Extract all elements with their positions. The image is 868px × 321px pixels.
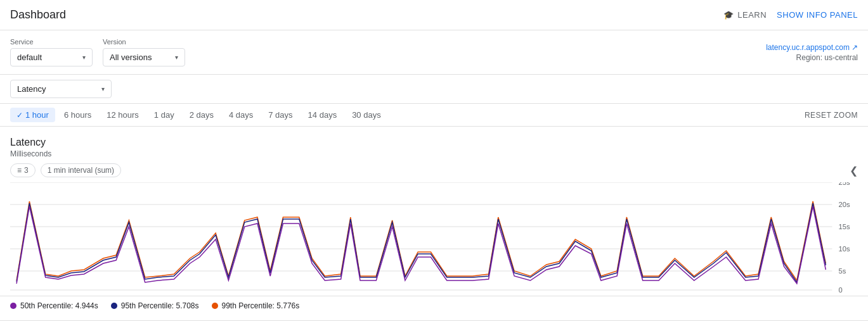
header: Dashboard 🎓 LEARN SHOW INFO PANEL — [0, 0, 868, 30]
learn-button[interactable]: 🎓 LEARN — [723, 10, 767, 20]
external-link[interactable]: latency.uc.r.appspot.com ↗ — [766, 43, 858, 52]
legend-label-95th: 95th Percentile: 5.708s — [121, 301, 199, 310]
version-select[interactable]: All versions ▾ — [103, 48, 185, 66]
version-group: Version All versions ▾ — [103, 38, 185, 66]
toolbar-left: Service default ▾ Version All versions ▾ — [10, 38, 185, 66]
legend-dot-99th — [212, 303, 218, 309]
time-btn-30days[interactable]: 30 days — [346, 108, 387, 122]
legend: 50th Percentile: 4.944s 95th Percentile:… — [0, 296, 868, 315]
svg-text:25s: 25s — [839, 182, 850, 186]
filter-icon: ≡ — [17, 166, 22, 175]
check-icon: ✓ — [16, 111, 23, 120]
toolbar-right: latency.uc.r.appspot.com ↗ Region: us-ce… — [766, 43, 858, 62]
time-btn-7days[interactable]: 7 days — [262, 108, 299, 122]
service-group: Service default ▾ — [10, 38, 93, 66]
legend-dot-50th — [10, 303, 16, 309]
time-btn-1day[interactable]: 1 day — [148, 108, 181, 122]
legend-item-99th: 99th Percentile: 5.776s — [212, 301, 300, 310]
toolbar: Service default ▾ Version All versions ▾… — [0, 30, 868, 75]
chart-collapse-button[interactable]: ❮ — [850, 165, 858, 177]
svg-text:10s: 10s — [839, 245, 850, 253]
metric-value: Latency — [17, 84, 46, 94]
svg-text:5s: 5s — [839, 267, 846, 275]
time-range-bar: ✓ 1 hour 6 hours 12 hours 1 day 2 days 4… — [0, 104, 868, 127]
metric-chevron-icon: ▾ — [101, 85, 105, 92]
legend-item-95th: 95th Percentile: 5.708s — [111, 301, 199, 310]
svg-text:15s: 15s — [839, 223, 850, 230]
page-title: Dashboard — [10, 8, 66, 22]
chart-controls: ≡ 3 1 min interval (sum) ❮ — [10, 163, 858, 177]
header-actions: 🎓 LEARN SHOW INFO PANEL — [723, 10, 858, 20]
graduation-icon: 🎓 — [723, 10, 734, 20]
ext-link-text: latency.uc.r.appspot.com — [766, 43, 850, 52]
service-label: Service — [10, 38, 93, 46]
time-options: ✓ 1 hour 6 hours 12 hours 1 day 2 days 4… — [10, 108, 387, 122]
reset-zoom-button[interactable]: RESET ZOOM — [805, 111, 858, 120]
time-btn-1hour[interactable]: ✓ 1 hour — [10, 108, 55, 122]
time-btn-4days[interactable]: 4 days — [223, 108, 259, 122]
time-btn-14days[interactable]: 14 days — [302, 108, 344, 122]
external-link-icon: ↗ — [852, 43, 858, 52]
version-label: Version — [103, 38, 185, 46]
region-text: Region: us-central — [796, 53, 858, 62]
service-chevron-icon: ▾ — [82, 54, 86, 61]
time-btn-12hours[interactable]: 12 hours — [100, 108, 145, 122]
chart-subtitle: Milliseconds — [10, 149, 858, 158]
metric-bar: Latency ▾ — [0, 75, 868, 104]
filter-button[interactable]: ≡ 3 — [10, 163, 36, 177]
show-info-button[interactable]: SHOW INFO PANEL — [777, 10, 858, 20]
service-select[interactable]: default ▾ — [10, 48, 93, 66]
metric-select[interactable]: Latency ▾ — [10, 80, 112, 98]
version-value: All versions — [110, 53, 152, 62]
svg-text:0: 0 — [839, 286, 843, 293]
legend-label-99th: 99th Percentile: 5.776s — [222, 301, 300, 310]
legend-item-50th: 50th Percentile: 4.944s — [10, 301, 98, 310]
svg-text:20s: 20s — [839, 201, 850, 208]
legend-dot-95th — [111, 303, 117, 309]
time-btn-2days[interactable]: 2 days — [183, 108, 220, 122]
chart-title: Latency — [10, 137, 858, 148]
service-value: default — [17, 53, 42, 62]
interval-button[interactable]: 1 min interval (sum) — [41, 163, 121, 177]
filter-count: 3 — [24, 166, 29, 175]
time-btn-6hours[interactable]: 6 hours — [58, 108, 98, 122]
legend-label-50th: 50th Percentile: 4.944s — [20, 301, 98, 310]
latency-chart: 25s 20s 15s 10s 5s 0 1 PM 1:05 1:10 1:15… — [10, 182, 858, 293]
chart-container: Latency Milliseconds ≡ 3 1 min interval … — [0, 127, 868, 293]
chart-wrapper: 25s 20s 15s 10s 5s 0 1 PM 1:05 1:10 1:15… — [10, 182, 858, 293]
version-chevron-icon: ▾ — [175, 54, 178, 61]
